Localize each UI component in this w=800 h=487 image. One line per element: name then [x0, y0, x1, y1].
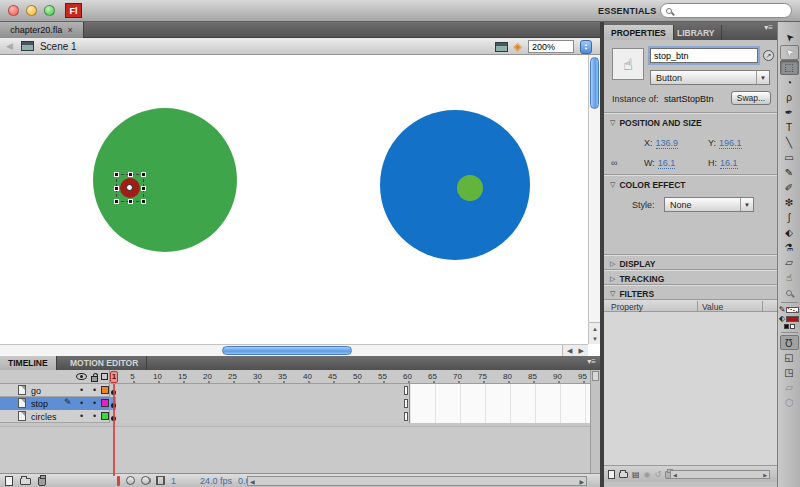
eyedropper-tool-icon[interactable]: ⚗	[780, 240, 799, 255]
close-window-button[interactable]	[8, 5, 19, 16]
layer-visibility-dot[interactable]: •	[80, 385, 83, 395]
selection-tool-icon[interactable]: ➤	[780, 30, 799, 45]
3d-rotation-tool-icon[interactable]: ◔	[780, 75, 799, 90]
w-value[interactable]: 16.1	[658, 158, 676, 169]
transform-center-point[interactable]	[126, 184, 133, 191]
timeline-horizontal-scrollbar[interactable]: ◀▶	[247, 476, 587, 486]
edit-symbols-icon[interactable]: ◈	[514, 40, 522, 53]
new-layer-button[interactable]	[5, 476, 13, 486]
x-value[interactable]: 136.9	[656, 138, 679, 149]
zoom-stepper[interactable]: ▲▼	[580, 40, 592, 54]
layer-visibility-dot[interactable]: •	[80, 398, 83, 408]
subselection-tool-icon[interactable]: ➤	[780, 45, 799, 60]
layer-lock-dot[interactable]: •	[93, 411, 96, 421]
swap-colors-button[interactable]	[790, 324, 795, 329]
filters-list[interactable]	[604, 312, 777, 466]
green-circle-shape[interactable]	[93, 108, 237, 252]
onion-skin-outlines-icon[interactable]	[141, 476, 150, 485]
horizontal-scroll-thumb[interactable]	[222, 346, 352, 355]
timeline-layer-circles[interactable]: circles••	[0, 410, 600, 423]
h-value[interactable]: 16.1	[720, 158, 738, 169]
circular-arrow-icon[interactable]: ↗	[763, 50, 774, 61]
playhead[interactable]: 1	[110, 371, 118, 383]
transform-handle[interactable]	[114, 172, 119, 177]
line-tool-icon[interactable]: ╲	[780, 135, 799, 150]
tab-motion-editor[interactable]: MOTION EDITOR	[62, 356, 147, 370]
current-frame-value[interactable]: 1	[171, 476, 176, 486]
layer-lock-dot[interactable]: •	[93, 385, 96, 395]
snap-to-objects-icon[interactable]: Ω	[780, 335, 799, 350]
filter-presets-button[interactable]	[619, 472, 628, 478]
clipboard-icon[interactable]: ▤	[632, 470, 640, 479]
section-filters[interactable]: ▽ FILTERS	[610, 289, 770, 299]
document-tab[interactable]: chapter20.fla ×	[0, 22, 84, 38]
blue-circle-shape[interactable]	[380, 110, 530, 260]
text-tool-icon[interactable]: T	[780, 120, 799, 135]
layer-outline-swatch[interactable]	[101, 412, 109, 420]
stage-vertical-scrollbar[interactable]: ▲▼	[588, 55, 600, 344]
transform-handle[interactable]	[141, 172, 146, 177]
fill-color-swatch[interactable]	[786, 316, 799, 322]
layer-frames[interactable]	[110, 384, 590, 397]
section-color-effect[interactable]: ▽ COLOR EFFECT	[610, 180, 770, 190]
layer-frames[interactable]	[110, 397, 590, 410]
layer-visibility-dot[interactable]: •	[80, 411, 83, 421]
show-hide-layers-icon[interactable]	[76, 373, 87, 380]
instance-name-input[interactable]	[650, 48, 758, 63]
onion-skin-icon[interactable]	[126, 476, 135, 485]
timeline-layer-stop[interactable]: stop✎••	[0, 397, 600, 410]
minimize-window-button[interactable]	[26, 5, 37, 16]
lock-layers-icon[interactable]	[91, 376, 98, 382]
layer-name[interactable]: go	[31, 386, 41, 396]
scale-icon[interactable]: ◳	[780, 365, 799, 380]
paint-bucket-tool-icon[interactable]: ⬖	[780, 225, 799, 240]
edit-multiple-frames-icon[interactable]	[156, 476, 165, 485]
section-display[interactable]: ▷ DISPLAY	[610, 259, 770, 269]
layer-name[interactable]: stop	[31, 399, 48, 409]
outline-layers-icon[interactable]	[101, 373, 108, 380]
section-position-and-size[interactable]: ▽ POSITION AND SIZE	[610, 118, 770, 128]
stage-horizontal-scrollbar[interactable]: ◀▶	[0, 344, 588, 356]
tab-timeline[interactable]: TIMELINE	[0, 356, 57, 370]
vertical-scroll-thumb[interactable]	[590, 57, 599, 109]
transform-handle[interactable]	[114, 199, 119, 204]
pencil-tool-icon[interactable]: ✎	[780, 165, 799, 180]
stage-canvas[interactable]	[0, 55, 588, 344]
workspace-switcher[interactable]: ESSENTIALS ▾	[598, 3, 664, 19]
transform-handle[interactable]	[141, 199, 146, 204]
zoom-window-button[interactable]	[44, 5, 55, 16]
reset-filter-icon[interactable]: ↺	[655, 470, 662, 479]
zoom-tool-icon[interactable]	[780, 285, 799, 300]
timeline-layer-go[interactable]: go••	[0, 384, 600, 397]
layer-frames[interactable]	[110, 410, 590, 423]
back-arrow-icon[interactable]: ◀	[6, 41, 13, 51]
zoom-level-input[interactable]	[528, 40, 574, 53]
layer-lock-dot[interactable]: •	[93, 398, 96, 408]
transform-handle[interactable]	[128, 172, 133, 177]
center-frame-icon[interactable]	[117, 476, 120, 486]
add-filter-button[interactable]	[608, 470, 615, 479]
envelope-icon[interactable]: ⬡	[780, 395, 799, 410]
search-input[interactable]	[675, 5, 775, 16]
transform-handle[interactable]	[141, 186, 146, 191]
rectangle-tool-icon[interactable]: ▭	[780, 150, 799, 165]
y-value[interactable]: 196.1	[719, 138, 742, 149]
transform-handle[interactable]	[128, 199, 133, 204]
delete-layer-button[interactable]	[38, 477, 46, 486]
black-white-swatch-button[interactable]	[784, 324, 789, 329]
tab-library[interactable]: LIBRARY	[670, 25, 722, 40]
bone-tool-icon[interactable]: ʃ	[780, 210, 799, 225]
timeline-vertical-scrollbar[interactable]	[590, 370, 600, 473]
pen-tool-icon[interactable]: ✒	[780, 105, 799, 120]
frame-ruler[interactable]: 5101520253035404550556065707580859095	[110, 370, 590, 384]
layer-outline-swatch[interactable]	[101, 399, 109, 407]
lasso-tool-icon[interactable]: ρ	[780, 90, 799, 105]
new-folder-button[interactable]	[20, 478, 31, 485]
section-tracking[interactable]: ▷ TRACKING	[610, 274, 770, 284]
frame-rate-value[interactable]: 24.0 fps	[200, 476, 232, 486]
layer-name[interactable]: circles	[31, 412, 57, 422]
layer-outline-swatch[interactable]	[101, 386, 109, 394]
stroke-color-swatch[interactable]	[786, 307, 799, 313]
free-transform-tool-icon[interactable]: ⬚	[780, 60, 799, 75]
transform-handle[interactable]	[114, 186, 119, 191]
